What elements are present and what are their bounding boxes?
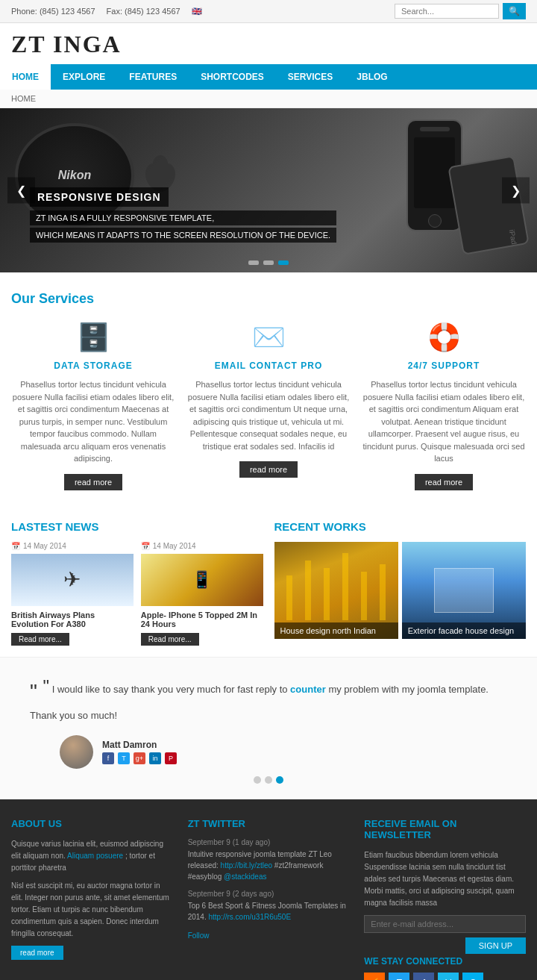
social-skype-button[interactable]: S (462, 973, 483, 980)
services-grid: 🗄️ DATA STORAGE Phasellus tortor lectus … (11, 322, 526, 490)
work-label-1: House design north Indian (274, 622, 398, 639)
quote-mark: " (43, 676, 50, 696)
service-item-storage: 🗄️ DATA STORAGE Phasellus tortor lectus … (11, 322, 175, 490)
slider-prev-button[interactable]: ❮ (7, 178, 35, 204)
slider-dots (248, 260, 289, 265)
author-social-links: f T g+ in P (102, 752, 177, 764)
social-twitter-button[interactable]: T (389, 973, 409, 980)
nav-services[interactable]: SERVICES (276, 64, 345, 90)
footer-newsletter: RECEIVE EMAIL ON NEWSLETTER Etiam faucib… (364, 818, 526, 980)
social-facebook-button[interactable]: f (413, 973, 434, 980)
news-item-2: 📅 14 May 2014 📱 Apple- IPhone 5 Topped 2… (141, 542, 263, 646)
service-title-support: 24/7 SUPPORT (362, 361, 526, 371)
news-section-title: LASTEST NEWS (11, 520, 263, 533)
news-readmore-2[interactable]: Read more... (141, 633, 199, 646)
service-desc-storage: Phasellus tortor lectus tincidunt vehicu… (11, 378, 175, 465)
nav-shortcodes[interactable]: SHORTCODES (189, 64, 276, 90)
search-button[interactable]: 🔍 (503, 3, 526, 19)
news-title-1: British Airways Plans Evolution For A380 (11, 611, 134, 628)
search-input[interactable] (395, 4, 499, 19)
site-logo[interactable]: ZT INGA (11, 31, 122, 57)
author-info: Matt Damron f T g+ in P (102, 740, 177, 764)
nav-jblog[interactable]: JBLOG (345, 64, 399, 90)
service-desc-support: Phasellus tortor lectus tincidunt vehicu… (362, 378, 526, 465)
twitter-text-1: Intuitive responsive joomla template ZT … (188, 849, 350, 882)
social-pinterest[interactable]: P (165, 752, 177, 764)
twitter-text-2: Top 6 Best Sport & Fitness Joomla Templa… (188, 900, 350, 923)
calendar-icon-1: 📅 (11, 542, 20, 550)
main-nav: HOME EXPLORE FEATURES SHORTCODES SERVICE… (0, 64, 537, 90)
top-bar-left: Phone: (845) 123 4567 Fax: (845) 123 456… (11, 7, 202, 16)
news-date-1: 📅 14 May 2014 (11, 542, 134, 550)
twitter-link-2[interactable]: http://rs.com/u31R6u50E (208, 913, 291, 921)
author-name: Matt Damron (102, 740, 177, 750)
twitter-date-2: September 9 (2 days ago) (188, 890, 350, 898)
service-readmore-storage[interactable]: read more (64, 474, 122, 490)
hero-slider: Nikon iPad RESPONSIVE DESIGN ZT INGA IS … (0, 108, 537, 272)
twitter-link-1[interactable]: http://bit.ly/ztleo (221, 861, 272, 870)
testi-dot-3[interactable] (276, 776, 283, 784)
testimonial-section: " I would like to say thank you very muc… (0, 657, 537, 800)
slider-next-button[interactable]: ❯ (502, 178, 530, 204)
testimonial-quote: " I would like to say thank you very muc… (30, 672, 507, 725)
phone-info: Phone: (845) 123 4567 (11, 7, 95, 16)
testi-dot-1[interactable] (254, 776, 261, 784)
footer-newsletter-title: RECEIVE EMAIL ON NEWSLETTER (364, 818, 526, 840)
slider-overlay: RESPONSIVE DESIGN ZT INGA IS A FULLY RES… (30, 187, 336, 243)
social-vimeo-button[interactable]: V (438, 973, 459, 980)
testimonial-text-before: I would like to say thank you very much … (52, 684, 290, 695)
news-readmore-1[interactable]: Read more... (11, 633, 69, 646)
work-item-1[interactable]: House design north Indian (274, 542, 398, 639)
service-readmore-support[interactable]: read more (415, 474, 473, 490)
social-twitter[interactable]: T (118, 752, 130, 764)
slider-dot-3[interactable] (278, 260, 289, 265)
footer-twitter: ZT TWITTER September 9 (1 day ago) Intui… (188, 818, 350, 980)
signup-button[interactable]: SIGN UP (465, 937, 526, 954)
slider-subtitle2: WHICH MEANS IT ADAPTS TO THE SCREEN RESO… (30, 228, 336, 243)
flag-icon: 🇬🇧 (192, 7, 202, 16)
footer-readmore-button[interactable]: read more (11, 946, 63, 960)
news-thumb-1: ✈ (11, 554, 134, 606)
social-google[interactable]: g+ (134, 752, 145, 764)
plane-icon: ✈ (63, 567, 81, 592)
news-title-2: Apple- IPhone 5 Topped 2M In 24 Hours (141, 611, 263, 628)
social-linkedin[interactable]: in (149, 752, 161, 764)
slider-dot-2[interactable] (263, 260, 274, 265)
works-section: RECENT WORKS (274, 520, 527, 646)
social-facebook[interactable]: f (102, 752, 114, 764)
stay-connected-label: WE STAY CONNECTED (364, 956, 526, 967)
news-date-2: 📅 14 May 2014 (141, 542, 263, 550)
works-section-title: RECENT WORKS (274, 520, 527, 533)
twitter-mention-1[interactable]: @stackideas (224, 873, 266, 881)
testi-dot-2[interactable] (265, 776, 272, 784)
footer-about-link[interactable]: Aliquam posuere (67, 852, 123, 860)
twitter-follow-link[interactable]: Follow (188, 931, 210, 940)
breadcrumb: HOME (0, 90, 537, 108)
logo-bar: ZT INGA (0, 23, 537, 64)
slider-dot-1[interactable] (248, 260, 259, 265)
service-title-email: EMAIL CONTACT PRO (186, 361, 351, 371)
service-item-email: ✉️ EMAIL CONTACT PRO Phasellus tortor le… (186, 322, 351, 490)
nav-home[interactable]: HOME (0, 64, 51, 90)
testimonial-dots (30, 776, 507, 784)
social-rss-button[interactable]: ⚡ (364, 973, 385, 980)
footer: ABOUT US Quisque varius lacinia elit, eu… (0, 799, 537, 980)
search-area: 🔍 (395, 3, 526, 19)
news-section: LASTEST NEWS 📅 14 May 2014 ✈ British Air… (11, 520, 263, 646)
slider-subtitle1: ZT INGA IS A FULLY RESPONSIVE TEMPLATE, (30, 210, 336, 225)
nav-features[interactable]: FEATURES (117, 64, 189, 90)
author-avatar (60, 735, 93, 769)
testimonial-counter: counter (290, 684, 326, 695)
newsletter-email-input[interactable] (364, 915, 526, 933)
footer-about-title: ABOUT US (11, 818, 173, 829)
twitter-date-1: September 9 (1 day ago) (188, 838, 350, 846)
footer-about-para1: Quisque varius lacinia elit, euismod adi… (11, 838, 173, 874)
footer-about-para2: Nisl est suscipit mi, eu auctor magna to… (11, 880, 173, 940)
testimonial-author: Matt Damron f T g+ in P (30, 735, 507, 769)
services-section: Our Services 🗄️ DATA STORAGE Phasellus t… (0, 272, 537, 509)
nav-explore[interactable]: EXPLORE (51, 64, 117, 90)
work-item-2[interactable]: Exterior facade house design (402, 542, 526, 639)
service-readmore-email[interactable]: read more (239, 461, 298, 478)
service-item-support: 🛟 24/7 SUPPORT Phasellus tortor lectus t… (362, 322, 526, 490)
footer-twitter-title: ZT TWITTER (188, 818, 350, 829)
